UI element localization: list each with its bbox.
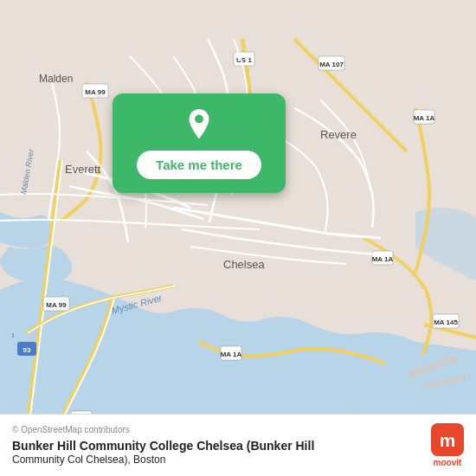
- map-attribution: © OpenStreetMap contributors: [12, 425, 421, 434]
- bottom-info-bar: © OpenStreetMap contributors Bunker Hill…: [0, 414, 476, 476]
- svg-text:Everett: Everett: [65, 163, 101, 176]
- svg-text:MA 99: MA 99: [46, 301, 67, 309]
- svg-text:US 1: US 1: [236, 56, 252, 64]
- map-background: 93 I US 1 MA 99 MA 99 US 1 MA 107 MA 1A …: [0, 0, 476, 476]
- svg-text:I: I: [12, 332, 14, 338]
- location-primary-name: Bunker Hill Community College Chelsea (B…: [12, 438, 421, 453]
- svg-text:Revere: Revere: [320, 128, 357, 141]
- svg-text:m: m: [440, 430, 456, 450]
- svg-text:MA 1A: MA 1A: [372, 255, 394, 263]
- moovit-icon: m: [431, 423, 464, 456]
- svg-text:MA 145: MA 145: [434, 318, 458, 326]
- moovit-logo: m moovit: [431, 423, 464, 467]
- popup-card: Take me there: [113, 93, 286, 193]
- svg-text:MA 99: MA 99: [85, 88, 106, 96]
- svg-text:Malden: Malden: [39, 73, 73, 85]
- take-me-there-button[interactable]: Take me there: [137, 151, 261, 179]
- svg-text:MA 1A: MA 1A: [221, 351, 242, 358]
- svg-text:MA 107: MA 107: [319, 61, 344, 68]
- svg-point-30: [195, 115, 203, 124]
- location-secondary-name: Community Col Chelsea), Boston: [12, 453, 421, 466]
- svg-text:Chelsea: Chelsea: [223, 258, 265, 271]
- location-info: © OpenStreetMap contributors Bunker Hill…: [12, 425, 421, 466]
- svg-text:MA 1A: MA 1A: [414, 114, 435, 122]
- svg-text:93: 93: [23, 346, 31, 354]
- location-pin-icon: [183, 109, 215, 140]
- map-container: 93 I US 1 MA 99 MA 99 US 1 MA 107 MA 1A …: [0, 0, 476, 476]
- moovit-brand-text: moovit: [434, 458, 462, 467]
